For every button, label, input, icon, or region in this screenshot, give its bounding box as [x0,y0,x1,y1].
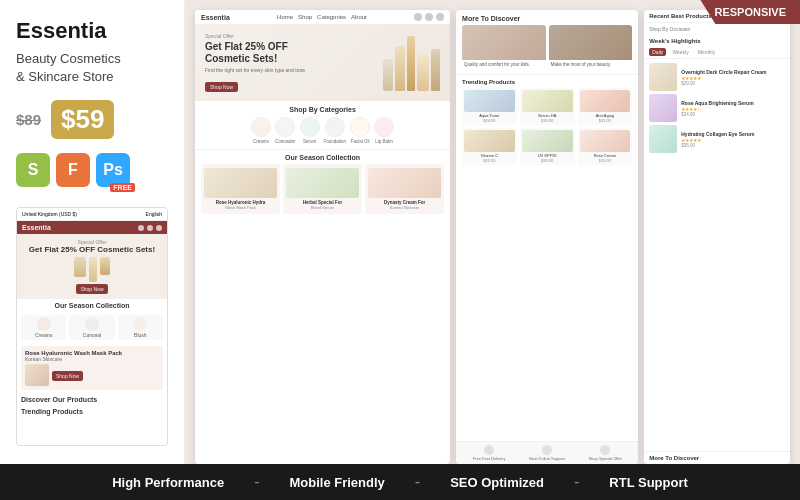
ds-cart-icon [436,13,444,21]
price-area: $89 $59 [16,100,168,139]
ds3-thumb-2 [649,94,677,122]
ds-season-card-3[interactable]: Dynasty Cream For Korean Skincare [365,164,444,214]
footer-high-performance: High Performance [112,475,224,490]
ds-cat-lip-balm[interactable]: Lip Balm [374,117,394,144]
ds2-card-text-1: Quality and comfort for your kids. [462,60,546,69]
ds-categories-title: Shop By Categories [201,106,444,113]
mobile-product-card: Rose Hyaluronic Wash Mask Pack Korean Sk… [21,346,163,390]
responsive-badge: RESPONSIVE [700,0,800,24]
mobile-header: United Kingdom (USD $) English [17,208,167,221]
ds-nav-home[interactable]: Home [277,14,293,20]
ds3-product-3[interactable]: Hydrating Collagen Eye Serum ★★★★★ $35.0… [649,125,785,153]
desktop-third-screenshot: Recent Best Products Shop By Occasion We… [644,10,790,464]
shopify-icon[interactable]: S [16,153,50,187]
ds3-product-1[interactable]: Overnight Dark Circle Repair Cream ★★★★★… [649,63,785,91]
mobile-cat-blush[interactable]: Blush [118,315,163,340]
ds2-mini-product-1[interactable]: Aqua Toner $24.00 [462,88,517,125]
footer-seo-label: SEO Optimized [450,475,544,490]
free-badge: FREE [110,183,135,192]
brand-subtitle: Beauty Cosmetics & Skincare Store [16,50,168,86]
footer-high-performance-label: High Performance [112,475,224,490]
ds3-tab-weekly[interactable]: Weekly [669,48,691,56]
ds3-product-2[interactable]: Rose Aqua Brightening Serum ★★★★☆ $24.00 [649,94,785,122]
ds-cat-concealer[interactable]: Concealer [275,117,296,144]
mobile-banner: Special Offer Get Flat 25% OFF Cosmetic … [17,234,167,299]
cart-icon [147,225,153,231]
ds2-feature-support: Best Online Support [520,445,574,461]
footer-sep-1: - [254,473,259,491]
ds3-thumb-3 [649,125,677,153]
photoshop-icon[interactable]: Ps FREE [96,153,130,187]
ds3-tab-row: Daily Weekly Monthly [644,46,790,59]
ds-header: Essentia Home Shop Categories About [195,10,450,25]
ds-nav-shop[interactable]: Shop [298,14,312,20]
ds-season-grid: Rose Hyaluronic Hydra Wash Mask Pack Her… [201,164,444,214]
ds-header-icons [414,13,444,21]
ds-nav-about[interactable]: About [351,14,367,20]
mobile-product-shop-btn[interactable]: Shop Now [52,371,83,381]
ds3-discover-bottom: More To Discover [644,451,790,464]
ds-season-card-2[interactable]: Herbal Special For Bland Serum [283,164,362,214]
ds2-card-img-1 [462,25,546,60]
mobile-brand: Essentia [22,224,51,231]
mobile-categories: Creams Conceal Blush [17,312,167,343]
ds3-highlight-title: Week's Highlights [644,35,790,46]
ds2-card-2[interactable]: Make the most of your beauty. [549,25,633,69]
ds2-card-1[interactable]: Quality and comfort for your kids. [462,25,546,69]
ds-categories: Shop By Categories Creams Concealer S [195,101,450,150]
desktop-main-screenshot: Essentia Home Shop Categories About [195,10,450,464]
ds2-mini-product-5[interactable]: UV SPF50 $28.00 [520,128,575,165]
mobile-lang: English [146,211,162,217]
footer-rtl-support: RTL Support [609,475,687,490]
ds3-thumb-1 [649,63,677,91]
ds2-trending-label: Trending Products [462,79,632,85]
product-bottle-5 [431,49,440,91]
ds3-tab-daily[interactable]: Daily [649,48,666,56]
mobile-shop-now-btn[interactable]: Shop Now [76,284,107,294]
ds3-tab-monthly[interactable]: Monthly [695,48,719,56]
ds-wishlist-icon [425,13,433,21]
ds2-discover-grid: Quality and comfort for your kids. Make … [462,25,632,69]
ds-cat-row: Creams Concealer Serum Foundation [201,117,444,144]
search-icon [138,225,144,231]
ds2-mini-product-6[interactable]: Rose Cream $19.00 [578,128,633,165]
ds2-feature-delivery: Free Fast Delivery [462,445,516,461]
mobile-country: United Kingdom (USD $) [22,211,77,217]
product-bottle-2 [395,46,405,91]
ds-hero-title: Get Flat 25% OFF Cosmetic Sets! [205,41,375,65]
menu-icon [156,225,162,231]
ds-cat-foundation[interactable]: Foundation [324,117,347,144]
ds-season-card-1[interactable]: Rose Hyaluronic Hydra Wash Mask Pack [201,164,280,214]
ds-nav-cat[interactable]: Categories [317,14,346,20]
discounted-price: $59 [51,100,114,139]
footer-rtl-label: RTL Support [609,475,687,490]
ds-hero-btn[interactable]: Shop Now [205,82,238,92]
ds2-mini-product-3[interactable]: Anti-Aging $32.00 [578,88,633,125]
mobile-cat-creams[interactable]: Creams [21,315,66,340]
ds-season-title: Our Season Collection [201,154,444,161]
ds2-trending-section: Trending Products Aqua Toner $24.00 Seru… [456,75,638,441]
footer-mobile-friendly: Mobile Friendly [289,475,384,490]
mobile-cat-concealer[interactable]: Conceal [69,315,114,340]
original-price: $89 [16,111,41,128]
product-bottle-3 [407,36,415,91]
ds2-mini-product-4[interactable]: Vitamin C $22.00 [462,128,517,165]
desktop-screenshots: Essentia Home Shop Categories About [185,0,800,464]
desktop-secondary-screenshot: More To Discover Quality and comfort for… [456,10,638,464]
platform-icons: S F Ps FREE [16,153,168,187]
ds-cat-facial-oil[interactable]: Facial Oil [350,117,370,144]
ds3-info-3: Hydrating Collagen Eye Serum ★★★★★ $35.0… [681,131,785,148]
footer-seo-optimized: SEO Optimized [450,475,544,490]
ds-hero-subtitle: Find the right set for every skin type a… [205,67,375,73]
ds2-mini-product-2[interactable]: Serum HA $18.50 [520,88,575,125]
product-bottle-1 [383,59,393,91]
ds-hero: Special Offer Get Flat 25% OFF Cosmetic … [195,25,450,101]
ds-cat-serum[interactable]: Serum [300,117,320,144]
figma-icon[interactable]: F [56,153,90,187]
ds-search-icon [414,13,422,21]
ds2-discover: More To Discover Quality and comfort for… [456,10,638,75]
ds-cat-creams[interactable]: Creams [251,117,271,144]
mobile-season-title: Our Season Collection [17,299,167,312]
footer-mobile-friendly-label: Mobile Friendly [289,475,384,490]
ds3-info-1: Overnight Dark Circle Repair Cream ★★★★★… [681,69,785,86]
